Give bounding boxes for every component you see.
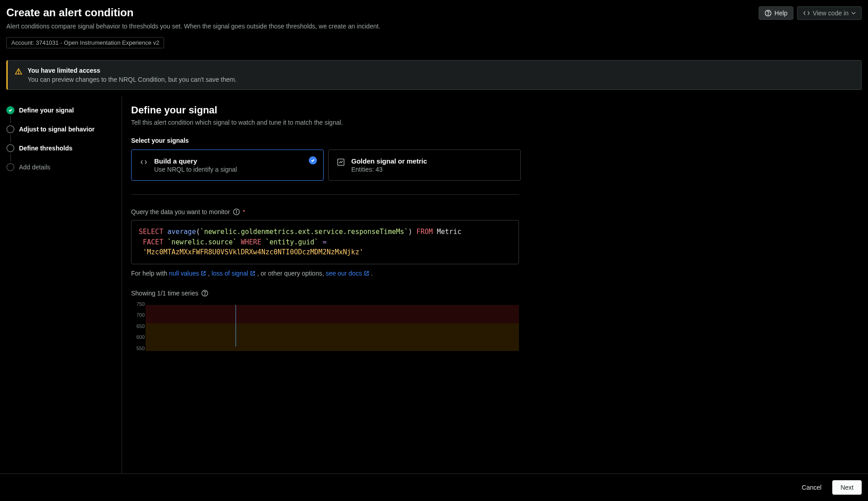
step-pending-icon [6,144,14,152]
warning-title: You have limited access [28,67,236,74]
help-sep: , or other query options, [257,270,326,277]
section-subtitle: Tell this alert condition which signal t… [131,119,859,126]
code-operator: = [322,238,326,246]
next-button[interactable]: Next [832,480,862,495]
step-complete-icon [6,106,14,114]
step-label: Add details [19,164,50,171]
step-connector [10,116,11,123]
code-keyword: FROM [416,228,433,236]
section-title: Define your signal [131,104,859,116]
y-tick: 550 [131,346,145,351]
help-button[interactable]: Help [759,6,793,20]
step-connector [10,154,11,161]
code-keyword: SELECT [139,228,163,236]
help-suffix: . [371,270,373,277]
required-indicator: * [243,208,245,215]
code-keyword: WHERE [241,238,261,246]
golden-signal-card[interactable]: Golden signal or metric Entities: 43 [328,150,521,181]
null-values-link[interactable]: null values [169,270,206,277]
select-signals-label: Select your signals [131,137,859,144]
y-axis: 750 700 650 600 550 [131,301,145,351]
step-label: Define thresholds [19,145,72,152]
current-time-line [146,305,236,346]
step-define-signal[interactable]: Define your signal [6,104,115,116]
code-keyword: FACET [143,238,163,246]
steps-sidebar: Define your signal Adjust to signal beha… [0,96,122,484]
y-tick: 650 [131,323,145,329]
svg-point-5 [236,211,236,211]
loss-of-signal-link[interactable]: loss of signal [212,270,255,277]
query-help-text: For help with null values , loss of sign… [131,270,859,277]
chart-icon [337,158,345,166]
card-sub: Use NRQL to identify a signal [154,166,237,173]
selected-check-icon [309,156,317,164]
external-link-icon [250,271,255,276]
svg-point-1 [768,14,769,15]
y-tick: 750 [131,301,145,307]
step-pending-icon [6,163,14,171]
build-query-card[interactable]: Build a query Use NRQL to identify a sig… [131,150,324,181]
cancel-button[interactable]: Cancel [796,480,828,495]
showing-series-text: Showing 1/1 time series [131,290,198,297]
svg-point-7 [204,295,205,295]
code-identifier: `entity.guid` [265,238,318,246]
chevron-down-icon [851,12,856,14]
page-title: Create an alert condition [6,6,380,19]
external-link-icon [201,271,206,276]
external-link-icon [364,271,369,276]
code-paren: ) [408,228,412,236]
step-label: Define your signal [19,107,74,114]
divider [131,194,519,195]
nrql-query-editor[interactable]: SELECT average(`newrelic.goldenmetrics.e… [131,220,519,264]
see-docs-link[interactable]: see our docs [326,270,369,277]
view-code-button[interactable]: View code in [797,6,862,20]
step-adjust-behavior[interactable]: Adjust to signal behavior [6,123,115,135]
code-identifier: `newrelic.goldenmetrics.ext.service.resp… [200,228,408,236]
card-title: Golden signal or metric [351,157,427,165]
query-label: Query the data you want to monitor [131,208,230,215]
account-tag: Account: 3741031 - Open Instrumentation … [6,37,164,48]
code-icon [803,9,810,17]
code-identifier: Metric [437,228,461,236]
help-icon [764,9,772,17]
preview-chart: 750 700 650 600 550 [131,301,519,351]
help-sep: , [208,270,212,277]
y-tick: 700 [131,312,145,318]
info-icon[interactable] [233,208,240,215]
view-code-label: View code in [813,9,849,17]
page-subtitle: Alert conditions compare signal behavior… [6,23,380,30]
warning-icon [15,68,22,75]
step-label: Adjust to signal behavior [19,126,94,133]
help-button-label: Help [774,9,788,17]
card-sub: Entities: 43 [351,166,427,173]
warning-banner: You have limited access You can preview … [6,60,862,90]
help-prefix: For help with [131,270,169,277]
step-pending-icon [6,125,14,133]
code-string: 'Mzc0MTAzMXxFWFR8U0VSVklDRXw4Nzc0NTI0ODc… [143,248,363,256]
step-define-thresholds[interactable]: Define thresholds [6,142,115,154]
card-title: Build a query [154,157,237,165]
code-identifier: `newrelic.source` [167,238,237,246]
code-function: average [167,228,196,236]
step-connector [10,135,11,142]
code-icon [140,158,148,166]
svg-point-2 [19,73,19,74]
footer: Cancel Next [0,473,868,501]
help-icon[interactable] [201,290,208,297]
y-tick: 600 [131,334,145,340]
warning-text: You can preview changes to the NRQL Cond… [28,76,236,83]
step-add-details[interactable]: Add details [6,161,115,173]
